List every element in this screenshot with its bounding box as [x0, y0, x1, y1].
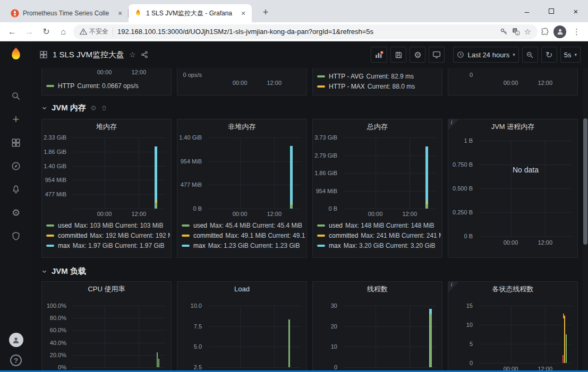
panel-load[interactable]: Load 10.0 7.5 5.0 2.5	[177, 281, 307, 370]
cycle-view-tv-button[interactable]	[429, 47, 445, 63]
explore-compass-icon[interactable]	[7, 157, 25, 175]
browser-menu-icon[interactable]: ⋮	[570, 27, 583, 37]
scrollbar-track[interactable]	[583, 68, 588, 370]
panel-title[interactable]: 堆内存	[42, 119, 171, 134]
panel-title[interactable]: JVM 进程内存	[448, 119, 577, 134]
dashboard-settings-button[interactable]: ⚙	[410, 47, 425, 63]
server-admin-shield-icon[interactable]	[7, 227, 25, 245]
refresh-button[interactable]: ↻	[541, 47, 557, 63]
browser-tab-prometheus[interactable]: Prometheus Time Series Colle ×	[5, 4, 129, 22]
user-avatar[interactable]	[9, 333, 23, 347]
chart-plot	[73, 306, 166, 367]
panel-title[interactable]: 线程数	[313, 282, 442, 297]
legend-item[interactable]: usedMax: 45.4 MiB Current: 45.4 MiB	[182, 220, 305, 230]
security-warning[interactable]: 不安全	[80, 27, 108, 36]
panel-title[interactable]: Load	[177, 282, 306, 297]
extensions-puzzle-icon[interactable]	[541, 28, 549, 36]
x-tick: 00:00	[504, 80, 518, 86]
x-tick: 00:00	[233, 211, 248, 217]
panel-title[interactable]: 各状态线程数	[448, 282, 577, 297]
legend-item[interactable]: HTTP - AVG Current: 82.9 ms	[317, 71, 441, 81]
dashboard-title[interactable]: 1 SLS JVM监控大盘	[53, 50, 124, 60]
y-tick: 30	[331, 302, 337, 309]
thread-state-spike	[563, 314, 564, 318]
panel-http-ops-cut[interactable]: 00:00 12:00 HTTP Current: 0.0667 ops/s	[41, 68, 172, 96]
tab-close-icon[interactable]: ×	[239, 9, 248, 18]
panel-title[interactable]: CPU 使用率	[42, 282, 171, 297]
panel-cpu-usage[interactable]: CPU 使用率 100.0% 80.0% 60.0% 40.0% 20.0% 0…	[41, 281, 172, 370]
panel-total-memory[interactable]: 总内存 3.73 GiB 2.79 GiB 1.86 GiB 954 MiB 0…	[312, 119, 442, 258]
window-close-button[interactable]: ×	[564, 0, 588, 22]
home-icon[interactable]: ⌂	[56, 25, 70, 39]
time-range-label: Last 24 hours	[467, 51, 509, 59]
tab-title: Prometheus Time Series Colle	[23, 10, 112, 17]
row-delete-trash-icon[interactable]	[101, 105, 107, 111]
series-marker-icon	[317, 224, 325, 227]
row-header-jvm-memory[interactable]: JVM 内存 ⚙	[41, 101, 107, 115]
panel-title[interactable]: 总内存	[313, 119, 442, 134]
star-dashboard-icon[interactable]: ☆	[129, 50, 136, 59]
legend-item[interactable]: HTTP - MAX Current: 88.0 ms	[317, 81, 441, 91]
legend-item[interactable]: HTTP Current: 0.0667 ops/s	[46, 81, 170, 91]
panel-thread-states[interactable]: i 各状态线程数 15 10 5 0	[448, 281, 578, 370]
refresh-interval-picker[interactable]: 5s ▾	[560, 47, 581, 63]
grafana-sidebar: + ⚙ ?	[0, 41, 32, 370]
add-panel-button[interactable]	[371, 47, 387, 63]
save-dashboard-button[interactable]	[390, 47, 406, 63]
panel-nonheap-memory[interactable]: 非堆内存 1.40 GiB 954 MiB 477 MiB 0 B	[177, 119, 307, 258]
reload-icon[interactable]: ↻	[39, 25, 53, 39]
legend-item[interactable]: maxMax: 1.23 GiB Current: 1.23 GiB	[182, 240, 305, 250]
forward-icon[interactable]: →	[22, 25, 36, 39]
password-key-icon[interactable]	[500, 28, 508, 36]
alerting-bell-icon[interactable]	[7, 180, 25, 198]
window-minimize-button[interactable]: –	[515, 0, 539, 22]
cpu-spike	[158, 359, 159, 367]
panel-misc-cut[interactable]: 0 00:00 12:00	[448, 68, 578, 96]
legend-item[interactable]: usedMax: 148 MiB Current: 148 MiB	[317, 220, 441, 230]
zoom-out-button[interactable]	[522, 47, 538, 63]
row-settings-gear-icon[interactable]: ⚙	[90, 104, 97, 112]
configuration-gear-icon[interactable]: ⚙	[7, 204, 25, 222]
back-icon[interactable]: ←	[5, 25, 19, 39]
panel-ops-rate-cut[interactable]: 0 ops/s 00:00 12:00	[177, 68, 307, 96]
dashboard-scroll-area[interactable]: 00:00 12:00 HTTP Current: 0.0667 ops/s 0…	[32, 68, 588, 370]
navbar-actions: ⚙ Last 24 hours ▾ ↻ 5s ▾	[371, 47, 581, 63]
legend-item[interactable]: committedMax: 192 MiB Current: 192 MiB	[46, 230, 170, 240]
y-tick: 80.0%	[50, 315, 66, 321]
legend-item[interactable]: committedMax: 241 MiB Current: 241 MiB	[317, 230, 441, 240]
tab-close-icon[interactable]: ×	[116, 9, 124, 18]
bookmark-star-icon[interactable]: ☆	[524, 27, 531, 37]
panel-heap-memory[interactable]: 堆内存 2.33 GiB 1.86 GiB 1.40 GiB 954 MiB 4…	[41, 119, 172, 258]
window-maximize-button[interactable]	[539, 0, 564, 22]
panel-title[interactable]: 非堆内存	[177, 119, 306, 134]
browser-profile-avatar[interactable]	[553, 25, 566, 38]
series-used-spike	[291, 205, 293, 209]
scrollbar-thumb[interactable]	[583, 118, 587, 245]
tab-title: 1 SLS JVM监控大盘 - Grafana	[146, 9, 235, 18]
thread-state-spike	[563, 355, 564, 363]
x-tick: 12:00	[538, 80, 552, 86]
row-header-jvm-load[interactable]: JVM 负载	[41, 264, 86, 278]
create-plus-icon[interactable]: +	[7, 110, 25, 128]
legend-item[interactable]: usedMax: 103 MiB Current: 103 MiB	[46, 220, 170, 230]
y-tick: 2.5	[194, 364, 202, 370]
translate-icon[interactable]: 文A	[512, 28, 520, 36]
grafana-logo-icon[interactable]	[8, 47, 24, 63]
legend-item[interactable]: committedMax: 49.1 MiB Current: 49.1 MiB	[182, 230, 305, 240]
x-tick: 00:00	[504, 366, 518, 370]
time-range-picker[interactable]: Last 24 hours ▾	[453, 47, 518, 63]
panel-thread-count[interactable]: 线程数 30 20 10 0	[312, 281, 442, 370]
url-omnibox[interactable]: 不安全 192.168.100.15:3000/d/UOJjh1SMz/1-sl…	[73, 24, 538, 39]
panel-http-latency-cut[interactable]: HTTP - AVG Current: 82.9 ms HTTP - MAX C…	[312, 68, 442, 96]
window-controls: – ×	[515, 0, 588, 22]
chart-plot	[344, 306, 437, 367]
share-dashboard-icon[interactable]	[141, 51, 148, 58]
dashboards-grid-icon[interactable]	[7, 134, 25, 152]
new-tab-button[interactable]: +	[258, 5, 273, 20]
browser-tab-grafana[interactable]: 1 SLS JVM监控大盘 - Grafana ×	[129, 4, 252, 22]
help-icon[interactable]: ?	[10, 354, 22, 366]
legend-item[interactable]: maxMax: 1.97 GiB Current: 1.97 GiB	[46, 240, 170, 250]
search-icon[interactable]	[7, 87, 25, 105]
panel-jvm-process-memory[interactable]: i JVM 进程内存 1 B 0.750 B 0.500 B 0.250 B 0…	[448, 119, 578, 258]
legend-item[interactable]: maxMax: 3.20 GiB Current: 3.20 GiB	[317, 240, 441, 250]
